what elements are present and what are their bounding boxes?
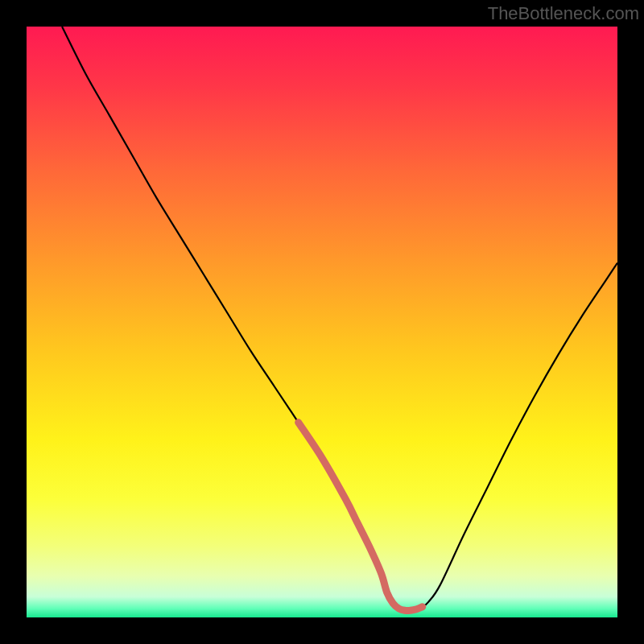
chart-frame: TheBottleneck.com <box>0 0 644 644</box>
watermark-text: TheBottleneck.com <box>488 3 639 24</box>
plot-area <box>27 27 617 617</box>
bottleneck-curve <box>27 27 617 617</box>
